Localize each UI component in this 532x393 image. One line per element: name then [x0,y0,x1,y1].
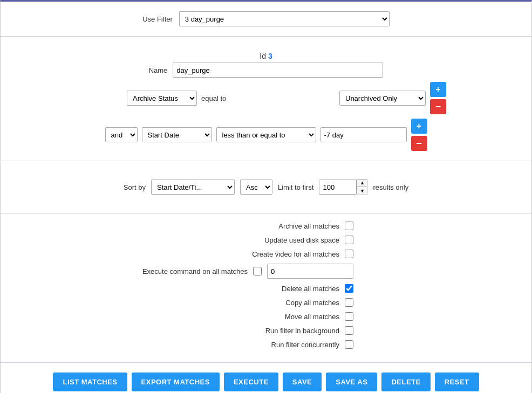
execute-command-input[interactable] [267,264,353,279]
filter-row-2-btns: + − [411,119,427,151]
filter-add-btn-1[interactable]: + [430,82,446,97]
main-window: Use Filter 3 day_purge Id 3 Name Archive… [0,0,532,393]
execute-command-checkbox[interactable] [253,267,262,275]
footer-buttons: LIST MATCHES EXPORT MATCHES EXECUTE SAVE… [1,362,531,393]
use-filter-label: Use Filter [142,15,173,23]
execute-command-row: Execute command on all matches [17,264,515,279]
filter-row-2: and or Start Date Archive Status equal t… [105,119,427,151]
move-all-checkbox[interactable] [345,312,353,321]
save-as-button[interactable]: SAVE AS [326,373,377,391]
sort-order-select[interactable]: Asc Desc [240,180,272,195]
update-disk-label: Update used disk space [226,236,339,244]
archive-all-row: Archive all matches [17,222,515,230]
copy-all-checkbox[interactable] [345,298,353,307]
update-disk-row: Update used disk space [17,236,515,244]
export-matches-button[interactable]: EXPORT MATCHES [132,373,220,391]
save-button[interactable]: SAVE [283,373,322,391]
sort-field-select[interactable]: Start Date/Ti... End Date/Ti... Name [151,180,235,195]
filter-row-1: Archive Status Start Date equal to Unarc… [86,82,446,114]
filter-value-2[interactable] [320,127,407,142]
limit-label: Limit to first [278,183,313,191]
name-label: Name [149,66,168,74]
id-label: Id [260,52,266,60]
spinner-buttons: ▲ ▼ [357,179,367,195]
sort-label: Sort by [124,183,146,191]
update-disk-checkbox[interactable] [345,236,353,244]
copy-all-row: Copy all matches [17,298,515,307]
filter-value-1[interactable]: Unarchived Only Archived Only All [339,91,426,106]
create-video-row: Create video for all matches [17,250,515,258]
id-value: 3 [268,52,272,60]
delete-button[interactable]: DELETE [381,373,430,391]
filter-row-1-btns: + − [430,82,446,114]
actions-section: Archive all matches Update used disk spa… [1,213,531,362]
results-label: results only [373,183,408,191]
use-filter-select[interactable]: 3 day_purge [179,11,390,26]
archive-all-label: Archive all matches [226,222,339,230]
list-matches-button[interactable]: LIST MATCHES [53,373,127,391]
filter-op-2[interactable]: equal to not equal to less than less tha… [216,127,316,142]
run-concurrent-checkbox[interactable] [345,340,353,349]
move-all-label: Move all matches [226,313,339,321]
filter-op-text-1: equal to [201,94,231,102]
run-background-row: Run filter in background [17,326,515,335]
delete-all-checkbox[interactable] [345,284,353,293]
execute-command-label: Execute command on all matches [134,267,248,275]
name-input[interactable] [173,63,383,78]
limit-input[interactable] [319,180,357,195]
reset-button[interactable]: RESET [435,373,479,391]
run-background-label: Run filter in background [226,327,339,335]
execute-button[interactable]: EXECUTE [224,373,278,391]
run-concurrent-row: Run filter concurrently [17,340,515,349]
conjunction-select[interactable]: and or [105,127,138,142]
create-video-label: Create video for all matches [226,250,339,258]
id-row: Id 3 [17,46,515,63]
filter-remove-btn-2[interactable]: − [411,136,427,151]
name-row: Name [17,63,515,78]
spinner-up[interactable]: ▲ [357,180,367,187]
spinner-down[interactable]: ▼ [357,187,367,195]
delete-all-row: Delete all matches [17,284,515,293]
filter-field-2[interactable]: Start Date Archive Status [142,127,212,142]
filter-remove-btn-1[interactable]: − [430,99,446,114]
delete-all-label: Delete all matches [226,285,339,293]
move-all-row: Move all matches [17,312,515,321]
run-concurrent-label: Run filter concurrently [226,341,339,349]
sort-section: Sort by Start Date/Ti... End Date/Ti... … [1,161,531,213]
use-filter-section: Use Filter 3 day_purge [1,2,531,37]
filter-config-section: Id 3 Name Archive Status Start Date equa… [1,37,531,161]
run-background-checkbox[interactable] [345,326,353,335]
archive-all-checkbox[interactable] [345,222,353,230]
sort-row: Sort by Start Date/Ti... End Date/Ti... … [17,171,515,203]
limit-spinner: ▲ ▼ [319,179,367,195]
filter-add-btn-2[interactable]: + [411,119,427,134]
filter-field-1[interactable]: Archive Status Start Date [127,91,197,106]
copy-all-label: Copy all matches [226,299,339,307]
create-video-checkbox[interactable] [345,250,353,258]
filter-rows: Archive Status Start Date equal to Unarc… [17,82,515,151]
